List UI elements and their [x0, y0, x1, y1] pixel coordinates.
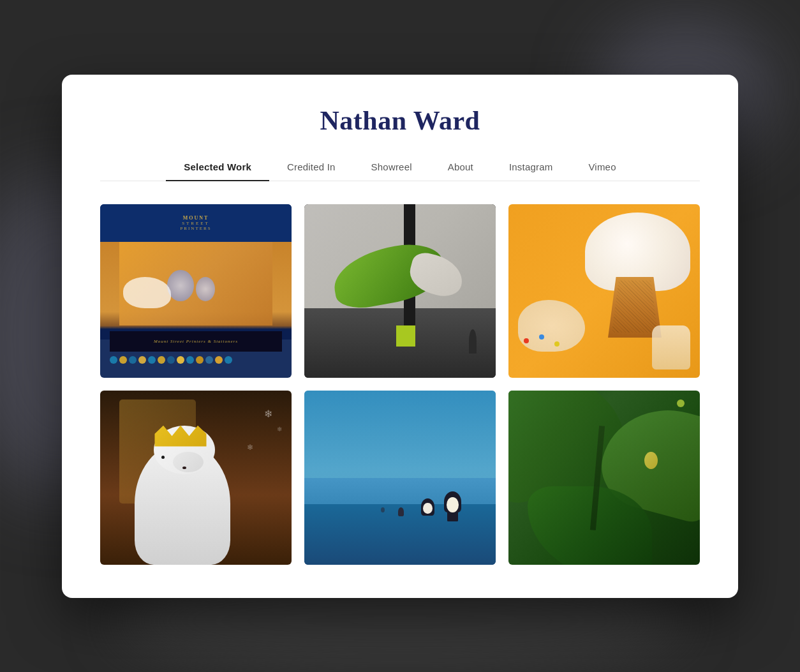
main-nav: Selected Work Credited In Showreel About… [100, 154, 700, 181]
nav-item-vimeo[interactable]: Vimeo [570, 154, 633, 181]
gallery-item-4[interactable]: ❄ ❄ ❄ [100, 391, 292, 565]
gallery-item-3[interactable] [508, 204, 700, 378]
nav-item-credited-in[interactable]: Credited In [269, 154, 353, 181]
site-header: Nathan Ward Selected Work Credited In Sh… [62, 75, 738, 181]
gallery-item-1[interactable]: MOUNT STREET PRINTERS [100, 204, 292, 378]
main-card: Nathan Ward Selected Work Credited In Sh… [62, 75, 738, 598]
page-wrapper: Nathan Ward Selected Work Credited In Sh… [0, 0, 800, 672]
gallery-item-5[interactable] [304, 391, 496, 565]
nav-item-instagram[interactable]: Instagram [491, 154, 571, 181]
gallery-grid: MOUNT STREET PRINTERS [62, 181, 738, 590]
nav-item-about[interactable]: About [430, 154, 491, 181]
gallery-item-6[interactable] [508, 391, 700, 565]
gallery-item-2[interactable] [304, 204, 496, 378]
nav-item-selected-work[interactable]: Selected Work [166, 154, 269, 181]
nav-item-showreel[interactable]: Showreel [353, 154, 430, 181]
site-title: Nathan Ward [100, 105, 700, 136]
